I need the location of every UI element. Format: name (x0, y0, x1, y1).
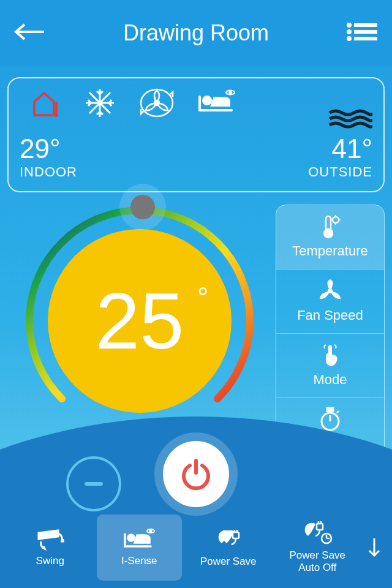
bottom-item-powersave[interactable]: Power Save (186, 514, 271, 581)
svg-rect-6 (354, 37, 377, 40)
climate-info-card: 29° INDOOR 41° OUTSIDE (7, 77, 385, 192)
side-item-temperature[interactable]: Temperature (276, 205, 384, 270)
bottom-item-label: I-Sense (121, 555, 157, 567)
outside-block: 41° OUTSIDE (308, 109, 372, 180)
side-item-fanspeed[interactable]: Fan Speed (276, 270, 384, 334)
bottom-item-swing[interactable]: Swing (7, 514, 93, 581)
svg-rect-27 (327, 408, 333, 411)
bottom-item-label: Swing (36, 555, 64, 567)
svg-point-1 (347, 23, 352, 28)
thermometer-icon (317, 214, 343, 239)
power-icon (179, 457, 213, 491)
set-temperature: 25 ° (96, 275, 184, 367)
swing-icon (36, 528, 64, 551)
svg-rect-4 (354, 30, 377, 34)
set-temperature-value: 25 (96, 276, 184, 366)
fan-icon (317, 278, 343, 304)
page-title: Drawing Room (123, 20, 269, 46)
bottom-bar: Swing I-Sense Power Save Power Save Auto… (0, 508, 392, 588)
svg-rect-2 (354, 23, 377, 27)
arrow-down-icon (368, 537, 381, 558)
side-item-label: Temperature (281, 243, 379, 259)
indoor-temp: 29° (20, 134, 77, 164)
back-arrow-icon (13, 23, 47, 40)
svg-rect-37 (317, 524, 323, 530)
sleep-mode-icon (197, 89, 236, 119)
heat-mode-icon (29, 88, 61, 120)
indoor-label: INDOOR (20, 164, 77, 180)
svg-rect-34 (233, 532, 239, 538)
back-button[interactable] (13, 23, 47, 43)
touch-icon (317, 342, 343, 368)
outside-label: OUTSIDE (308, 164, 372, 180)
header: Drawing Room (0, 0, 392, 66)
bottom-item-isense[interactable]: I-Sense (97, 514, 183, 581)
decrease-button[interactable] (66, 456, 121, 511)
powersave-icon (214, 527, 243, 552)
svg-point-18 (324, 229, 333, 238)
svg-point-3 (347, 29, 352, 34)
outside-temp: 41° (308, 134, 372, 164)
dial-face: 25 ° (48, 229, 232, 413)
svg-point-16 (229, 91, 232, 94)
stopwatch-icon (317, 407, 343, 432)
bottom-item-powersave-autooff[interactable]: Power Save Auto Off (275, 514, 361, 581)
fan-mode-icon (138, 86, 175, 123)
minus-icon (80, 470, 107, 497)
svg-point-5 (347, 36, 352, 41)
bottom-more-button[interactable] (364, 514, 385, 581)
svg-point-14 (203, 97, 211, 104)
temperature-dial[interactable]: 25 ° (23, 205, 256, 437)
svg-point-31 (128, 535, 134, 541)
waves-icon (308, 109, 372, 129)
svg-line-28 (337, 411, 339, 413)
power-button[interactable] (163, 441, 229, 507)
powersave-autooff-icon (302, 521, 333, 546)
side-item-label: Fan Speed (281, 307, 379, 323)
svg-point-33 (150, 530, 152, 532)
bottom-item-label: Power Save Auto Off (289, 549, 345, 573)
cool-mode-icon (83, 86, 116, 122)
side-item-label: Mode (281, 372, 379, 388)
degree-symbol: ° (197, 281, 208, 314)
side-item-mode[interactable]: Mode (276, 334, 384, 398)
bottom-item-label: Power Save (200, 556, 257, 568)
mode-icon-strip (29, 86, 236, 123)
svg-point-19 (333, 217, 339, 223)
isense-icon (123, 528, 156, 551)
list-menu-icon (345, 22, 379, 42)
dial-knob[interactable] (130, 195, 155, 219)
svg-point-7 (55, 113, 58, 117)
menu-button[interactable] (345, 22, 379, 44)
